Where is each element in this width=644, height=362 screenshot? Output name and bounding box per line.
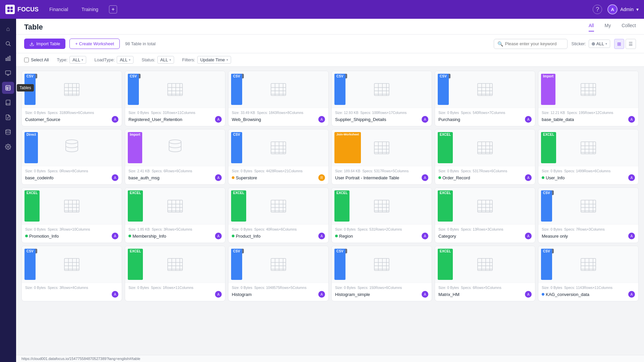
card-badge: EXCEL (438, 249, 453, 280)
table-row[interactable]: Import EXCEL Size: 0 Bytes Specs: 1499Ro… (538, 129, 639, 185)
table-row[interactable]: Import CSV Size: 0 Bytes Specs: 7Rows×3C… (538, 187, 639, 243)
svg-rect-7 (8, 57, 9, 61)
svg-rect-128 (581, 200, 596, 212)
search-input[interactable] (505, 41, 564, 46)
card-avatar: A (215, 291, 222, 298)
sticker-select[interactable]: ALL ▾ (589, 40, 610, 48)
svg-rect-42 (374, 83, 389, 96)
card-thumb: Import EXCEL (125, 246, 225, 283)
table-row[interactable]: Import CSV Size: 12.93 KB Specs: 100Rows… (331, 71, 432, 126)
card-specs: Size: 0 Bytes Specs: 540Rows×7Columns (438, 111, 532, 115)
import-table-button[interactable]: Import Table (24, 39, 65, 49)
table-row[interactable]: Import EXCEL Size: 0 Bytes Specs: 5317Ro… (435, 129, 535, 185)
card-specs: Size: 0 Bytes Specs: 6Rows×5Columns (438, 286, 532, 290)
card-body: Size: 0 Bytes Specs: 3Rows×4Columns A (22, 283, 122, 301)
search-box: 🔍 (494, 39, 568, 49)
table-row[interactable]: Join-Worksheet Size: 189.64 KB Specs: 53… (331, 129, 432, 185)
card-avatar: A (318, 233, 325, 239)
card-body: Size: 2.41 KB Specs: 6Rows×6Columns base… (125, 166, 225, 184)
table-row[interactable]: Import Size: 2.41 KB Specs: 6Rows×6Colum… (125, 129, 225, 185)
sidebar-item-search[interactable] (2, 38, 14, 50)
card-specs: Size: 0 Bytes Specs: 1499Rows×6Columns (542, 169, 635, 173)
card-badge: CSV (334, 249, 345, 280)
svg-rect-79 (478, 142, 492, 154)
table-row[interactable]: Import EXCEL Size: 0 Bytes Specs: 1Rows×… (125, 246, 225, 301)
topnav-right: ? A Admin ▾ (593, 4, 639, 14)
card-thumb: Join-Worksheet (332, 129, 432, 166)
table-row[interactable]: Import CSV Size: 0 Bytes Specs: 3Rows×4C… (21, 246, 122, 301)
table-row[interactable]: Direct Size: 0 Bytes Specs: 0Rows×8Colum… (21, 129, 122, 185)
svg-rect-86 (581, 142, 596, 154)
card-badge: CSV (231, 74, 242, 105)
svg-point-18 (6, 130, 10, 131)
card-avatar: A (628, 116, 635, 123)
table-row[interactable]: Import CSV Size: 0 Bytes Specs: 1143Rows… (538, 246, 639, 301)
help-button[interactable]: ? (593, 5, 602, 14)
table-row[interactable]: Import EXCEL Size: 0 Bytes Specs: 6Rows×… (435, 246, 535, 301)
nav-financial[interactable]: Financial (47, 5, 71, 13)
table-row[interactable]: Import EXCEL Size: 1.85 KB Specs: 3Rows×… (125, 187, 225, 243)
list-view-button[interactable]: ☰ (626, 39, 636, 49)
sidebar-item-monitor[interactable] (2, 67, 14, 79)
tab-all[interactable]: All (589, 23, 594, 32)
table-row[interactable]: Import CSV Size: 0 Bytes Specs: 150Rows×… (331, 246, 432, 301)
svg-rect-6 (6, 58, 7, 61)
filters-row: Select All Type: ALL ▾ LoadType: ALL ▾ S… (16, 53, 644, 67)
card-name-row: KAG_conversion_data A (542, 291, 635, 298)
table-row[interactable]: Import CSV Size: 0 Bytes Specs: 3180Rows… (21, 71, 122, 126)
card-name: KAG_conversion_data (542, 292, 589, 297)
table-row[interactable]: CSV Size: 0 Bytes Specs: 4428Rows×21Colu… (228, 129, 329, 185)
sticker-dot (592, 42, 595, 46)
table-row[interactable]: Import EXCEL Size: 0 Bytes Specs: 13Rows… (435, 187, 535, 243)
card-specs: Size: 0 Bytes Specs: 1143Rows×11Columns (542, 286, 635, 290)
card-thumb: Direct (22, 129, 122, 166)
card-specs: Size: 0 Bytes Specs: 7Rows×3Columns (542, 227, 635, 231)
status-dropdown[interactable]: ALL ▾ (157, 56, 174, 64)
card-badge: CSV (334, 74, 345, 105)
svg-rect-0 (7, 7, 10, 9)
svg-point-19 (7, 146, 9, 148)
sidebar-item-home[interactable]: ⌂ (2, 23, 14, 35)
app-logo: FOCUS (5, 5, 39, 14)
card-badge: EXCEL (128, 249, 143, 280)
sidebar-item-notebook[interactable] (2, 97, 14, 109)
card-avatar: A (215, 116, 222, 123)
sidebar-item-tables[interactable]: Tables (2, 82, 14, 94)
search-icon: 🔍 (497, 41, 503, 47)
create-worksheet-button[interactable]: + Create Worksheet (69, 39, 120, 49)
card-specs: Size: 1.85 KB Specs: 3Rows×5Columns (128, 227, 222, 231)
select-all[interactable]: Select All (24, 57, 49, 62)
type-dropdown[interactable]: ALL ▾ (69, 56, 86, 64)
add-tab-button[interactable]: + (109, 5, 117, 13)
card-name-row: Measure only A (542, 233, 635, 239)
sidebar-item-analytics[interactable] (2, 52, 14, 64)
sidebar-item-database[interactable] (2, 126, 14, 138)
card-name-row: User_Info A (542, 174, 635, 181)
select-all-checkbox[interactable] (24, 58, 29, 62)
table-row[interactable]: Import EXCEL Size: 0 Bytes Specs: 3Rows×… (21, 187, 122, 243)
sidebar-item-report[interactable] (2, 111, 14, 123)
table-row[interactable]: Import CSV Size: 0 Bytes Specs: 31Rows×1… (125, 71, 225, 126)
card-specs: Size: 0 Bytes Specs: 1048575Rows×5Column… (232, 286, 325, 290)
table-row[interactable]: Import EXCEL Size: 0 Bytes Specs: 531Row… (331, 187, 432, 243)
sidebar-item-settings[interactable] (2, 141, 14, 153)
card-name: base_table_data (542, 117, 574, 122)
card-specs: Size: 0 Bytes Specs: 0Rows×8Columns (25, 169, 118, 173)
svg-rect-163 (478, 258, 492, 270)
grid-view-button[interactable]: ⊞ (614, 39, 624, 49)
table-row[interactable]: Import CSV Size: 0 Bytes Specs: 1048575R… (228, 246, 329, 301)
filters-dropdown[interactable]: Update Time ▾ (197, 56, 231, 64)
card-thumb: Import (125, 129, 225, 166)
tab-collect[interactable]: Collect (622, 23, 636, 32)
loadtype-dropdown[interactable]: ALL ▾ (117, 56, 133, 64)
user-menu[interactable]: A Admin ▾ (607, 4, 639, 14)
svg-rect-142 (168, 258, 182, 270)
table-row[interactable]: Import EXCEL Size: 0 Bytes Specs: 40Rows… (228, 187, 329, 243)
table-row[interactable]: Import Import Size: 12.21 KB Specs: 195R… (538, 71, 639, 126)
table-row[interactable]: Import CSV Size: 33.49 KB Specs: 1843Row… (228, 71, 329, 126)
card-name: User Portrait - Intermediate Table (335, 175, 399, 180)
card-name: Measure only (542, 234, 568, 239)
tab-my[interactable]: My (605, 23, 611, 32)
table-row[interactable]: Import CSV Size: 0 Bytes Specs: 540Rows×… (435, 71, 535, 126)
nav-training[interactable]: Training (79, 5, 101, 13)
